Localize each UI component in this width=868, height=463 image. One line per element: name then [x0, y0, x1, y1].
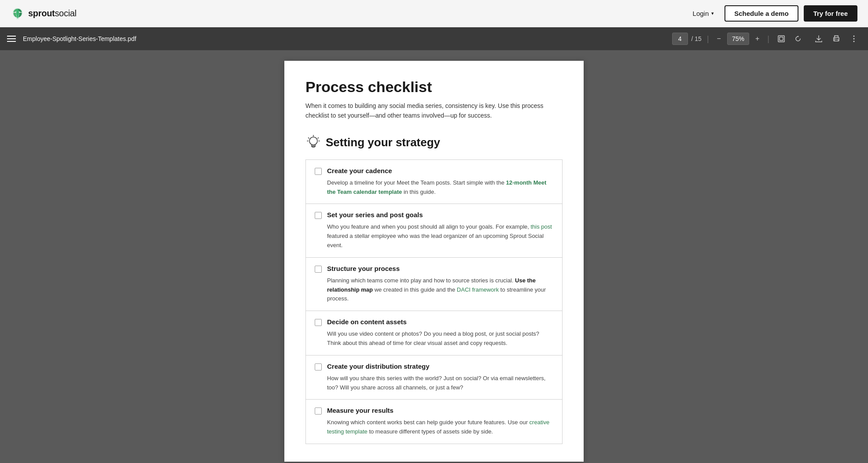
more-options-button[interactable] [847, 33, 861, 45]
page-number-input[interactable] [672, 33, 688, 45]
checklist-item-header: Set your series and post goals [315, 211, 553, 219]
checklist-checkbox[interactable] [315, 319, 322, 326]
item-body: Who you feature and when you post should… [315, 222, 553, 250]
creative-testing-link[interactable]: creative testing template [327, 419, 549, 435]
zoom-level: 75% [727, 33, 749, 45]
checklist-checkbox[interactable] [315, 407, 322, 415]
pdf-filename: Employee-Spotlight-Series-Templates.pdf [23, 35, 665, 42]
item-body: Knowing which content works best can hel… [315, 418, 553, 437]
svg-point-8 [309, 137, 317, 145]
menu-icon[interactable] [7, 36, 16, 42]
checklist-item-header: Measure your results [315, 407, 553, 415]
checklist-item: Set your series and post goals Who you f… [305, 204, 563, 257]
try-free-button[interactable]: Try for free [804, 5, 857, 22]
svg-point-7 [853, 41, 855, 42]
item-body: Develop a timeline for your Meet the Tea… [315, 178, 553, 197]
fit-page-button[interactable] [775, 33, 788, 44]
checklist-item-header: Structure your process [315, 265, 553, 273]
pdf-toolbar-right [812, 33, 861, 45]
item-title: Structure your process [327, 265, 400, 272]
nav-right: Login ▾ Schedule a demo Try for free [688, 5, 857, 22]
item-body: Planning which teams come into play and … [315, 276, 553, 304]
zoom-out-button[interactable]: − [714, 33, 724, 44]
sprout-logo-icon [11, 7, 25, 21]
checklist-item: Create your distribution strategy How wi… [305, 355, 563, 400]
pdf-toolbar: Employee-Spotlight-Series-Templates.pdf … [0, 27, 868, 50]
item-title: Create your distribution strategy [327, 363, 430, 370]
checklist-item-header: Decide on content assets [315, 318, 553, 326]
checklist-item: Measure your results Knowing which conte… [305, 399, 563, 444]
document-title: Process checklist [305, 78, 563, 96]
schedule-demo-button[interactable]: Schedule a demo [725, 5, 798, 22]
top-nav: sproutsocial Login ▾ Schedule a demo Try… [0, 0, 868, 27]
svg-rect-3 [835, 39, 838, 41]
this-post-link[interactable]: this post [531, 223, 552, 230]
pdf-page: Process checklist When it comes to build… [284, 61, 584, 462]
daci-framework-link[interactable]: DACI framework [457, 286, 499, 293]
item-body: How will you share this series with the … [315, 374, 553, 393]
item-title: Set your series and post goals [327, 211, 423, 219]
item-title: Create your cadence [327, 167, 392, 174]
item-body: Will you use video content or photos? Do… [315, 330, 553, 348]
item-title: Measure your results [327, 407, 394, 414]
svg-point-6 [853, 38, 855, 40]
zoom-in-button[interactable]: + [753, 33, 762, 44]
pdf-page-controls: / 15 | − 75% + | [672, 33, 805, 45]
divider2: | [767, 34, 769, 44]
checklist-item: Structure your process Planning which te… [305, 257, 563, 311]
login-button[interactable]: Login ▾ [688, 6, 720, 21]
checklist-checkbox[interactable] [315, 266, 322, 273]
checklist-checkbox[interactable] [315, 168, 322, 175]
svg-line-11 [309, 137, 309, 138]
logo-text: sproutsocial [28, 8, 77, 19]
checklist-item: Create your cadence Develop a timeline f… [305, 159, 563, 204]
checklist-checkbox[interactable] [315, 363, 322, 370]
svg-point-5 [853, 36, 855, 37]
svg-point-4 [835, 38, 835, 39]
logo: sproutsocial [11, 7, 77, 21]
lightbulb-icon [305, 135, 321, 151]
rotate-button[interactable] [791, 33, 805, 44]
pdf-area: Process checklist When it comes to build… [0, 50, 868, 463]
checklist-item-header: Create your cadence [315, 167, 553, 175]
svg-rect-0 [778, 36, 784, 42]
checklist-checkbox[interactable] [315, 212, 322, 219]
svg-rect-1 [780, 37, 783, 41]
chevron-down-icon: ▾ [711, 11, 714, 16]
checklist-item: Decide on content assets Will you use vi… [305, 311, 563, 355]
checklist-item-header: Create your distribution strategy [315, 363, 553, 370]
calendar-template-link[interactable]: 12-month Meet the Team calendar template [327, 179, 546, 195]
section-header: Setting your strategy [305, 135, 563, 151]
print-button[interactable] [829, 33, 843, 45]
download-button[interactable] [812, 33, 826, 45]
document-intro: When it comes to building any social med… [305, 101, 563, 121]
section-title: Setting your strategy [326, 136, 440, 149]
page-separator: / 15 [691, 35, 702, 42]
item-title: Decide on content assets [327, 318, 407, 326]
svg-line-10 [318, 137, 319, 138]
checklist: Create your cadence Develop a timeline f… [305, 159, 563, 444]
divider: | [707, 34, 709, 44]
